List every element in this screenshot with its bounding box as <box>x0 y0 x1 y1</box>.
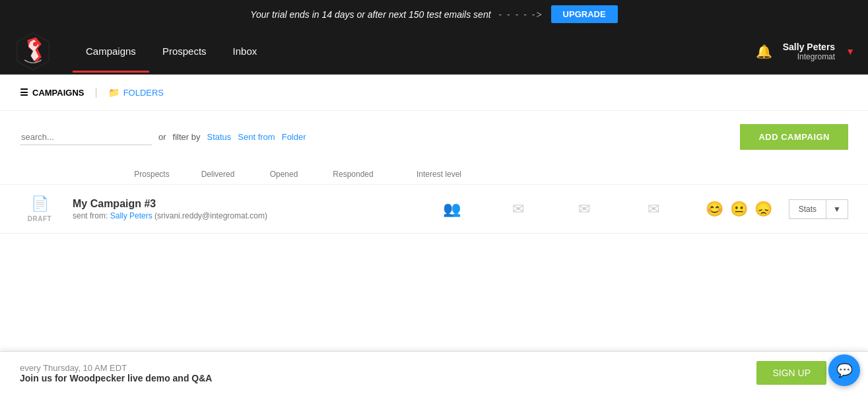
status-filter[interactable]: Status <box>207 132 231 142</box>
user-info: Sally Peters Integromat <box>783 42 835 61</box>
responded-metric: ✉ <box>617 201 690 218</box>
popup-schedule: every Thursday, 10 AM EDT <box>20 363 212 373</box>
popup-content: every Thursday, 10 AM EDT Join us for Wo… <box>20 363 212 383</box>
sender-name-link[interactable]: Sally Peters <box>110 211 152 220</box>
stats-area: Stats ▼ <box>789 199 848 219</box>
prospects-icon: 👥 <box>443 201 461 218</box>
user-company: Integromat <box>797 52 835 61</box>
nav-prospects[interactable]: Prospects <box>149 30 220 73</box>
main-content: ☰ CAMPAIGNS | 📁 FOLDERS or filter by Sta… <box>0 75 868 394</box>
prospects-metric: 👥 <box>419 201 485 218</box>
or-label: or <box>158 132 166 142</box>
campaign-metrics: 👥 ✉ ✉ ✉ 😊 😐 😞 <box>419 201 789 218</box>
table-header: Prospects Delivered Opened Responded Int… <box>0 163 868 185</box>
col-prospects-header: Prospects <box>119 170 185 179</box>
folders-tab-label: FOLDERS <box>123 88 164 98</box>
delivered-metric: ✉ <box>485 201 551 218</box>
trial-message: Your trial ends in 14 days or after next… <box>250 9 490 20</box>
sent-from-filter[interactable]: Sent from <box>238 132 275 142</box>
header: Campaigns Prospects Inbox 🔔 Sally Peters… <box>0 28 868 75</box>
responded-icon: ✉ <box>648 201 659 218</box>
search-input[interactable] <box>20 129 152 145</box>
sent-from-text: sent from: <box>73 211 108 220</box>
popup-banner: every Thursday, 10 AM EDT Join us for Wo… <box>0 351 868 394</box>
bell-icon[interactable]: 🔔 <box>756 44 772 59</box>
user-menu-chevron[interactable]: ▼ <box>846 46 855 57</box>
draft-icon: 📄 <box>31 195 49 213</box>
tabs-bar: ☰ CAMPAIGNS | 📁 FOLDERS <box>0 75 868 111</box>
filter-bar: or filter by Status Sent from Folder ADD… <box>0 111 868 163</box>
main-nav: Campaigns Prospects Inbox <box>73 30 756 73</box>
opened-icon: ✉ <box>578 201 590 218</box>
col-responded-header: Responded <box>317 170 389 179</box>
campaign-from: sent from: Sally Peters (srivani.reddy@i… <box>73 211 419 220</box>
interest-level: 😊 😐 😞 <box>690 201 789 218</box>
stats-chevron-button[interactable]: ▼ <box>826 199 848 219</box>
campaigns-tab-label: CAMPAIGNS <box>32 88 84 98</box>
table-row: 📄 DRAFT My Campaign #3 sent from: Sally … <box>0 185 868 234</box>
trial-banner: Your trial ends in 14 days or after next… <box>0 0 868 28</box>
logo <box>13 32 53 71</box>
nav-inbox[interactable]: Inbox <box>220 30 271 73</box>
campaigns-icon: ☰ <box>20 87 28 98</box>
status-label: DRAFT <box>28 215 51 222</box>
sender-email: (srivani.reddy@integromat.com) <box>154 211 267 220</box>
opened-metric: ✉ <box>551 201 617 218</box>
chat-bubble[interactable]: 💬 <box>828 354 860 386</box>
negative-smiley-icon: 😞 <box>754 201 772 218</box>
tab-divider: | <box>94 86 97 98</box>
col-delivered-header: Delivered <box>185 170 251 179</box>
delivered-icon: ✉ <box>512 201 524 218</box>
tab-folders[interactable]: 📁 FOLDERS <box>108 87 164 98</box>
campaign-info: My Campaign #3 sent from: Sally Peters (… <box>73 198 419 220</box>
signup-button[interactable]: SIGN UP <box>756 361 826 385</box>
upgrade-button[interactable]: UPGRADE <box>551 5 618 23</box>
folder-filter[interactable]: Folder <box>282 132 306 142</box>
svg-point-1 <box>33 42 38 46</box>
user-name: Sally Peters <box>783 42 835 52</box>
neutral-smiley-icon: 😐 <box>730 201 748 218</box>
col-interest-header: Interest level <box>389 170 488 179</box>
stats-button[interactable]: Stats <box>789 199 826 219</box>
folder-icon: 📁 <box>108 87 119 98</box>
nav-campaigns[interactable]: Campaigns <box>73 30 149 73</box>
col-opened-header: Opened <box>251 170 317 179</box>
campaign-status: 📄 DRAFT <box>20 195 59 222</box>
header-right: 🔔 Sally Peters Integromat ▼ <box>756 42 855 61</box>
popup-title: Join us for Woodpecker live demo and Q&A <box>20 373 212 383</box>
filter-by-label: filter by <box>173 132 201 142</box>
tab-campaigns[interactable]: ☰ CAMPAIGNS <box>20 87 84 98</box>
dashes: - - - - -> <box>499 9 543 20</box>
campaign-name[interactable]: My Campaign #3 <box>73 198 419 210</box>
positive-smiley-icon: 😊 <box>706 201 723 218</box>
add-campaign-button[interactable]: ADD CAMPAIGN <box>740 124 848 150</box>
